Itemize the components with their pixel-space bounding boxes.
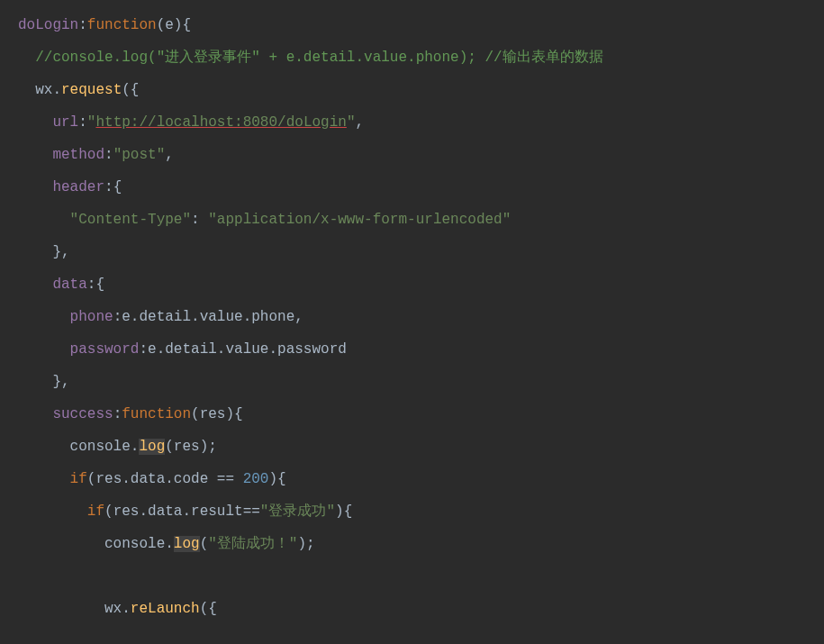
code-line: console.log("登陆成功！");: [18, 528, 824, 560]
number-token: 200: [243, 471, 269, 487]
punct-token: {: [208, 601, 217, 617]
punct-token: ): [268, 471, 277, 487]
punct-token: (: [122, 82, 131, 98]
property-token: data: [52, 277, 86, 293]
param-token: res: [200, 406, 226, 422]
punct-token: .: [165, 536, 174, 552]
expr-token: res.data.result==: [113, 503, 260, 520]
punct-token: }: [52, 244, 61, 260]
code-line: if(res.data.code == 200){: [18, 463, 824, 495]
punct-token: {: [113, 179, 122, 195]
string-token: "登陆成功！": [208, 536, 297, 552]
property-token: method: [52, 147, 104, 163]
property-token: header: [52, 179, 104, 195]
code-line: method:"post",: [18, 139, 824, 171]
code-line: success:function(res){: [18, 398, 824, 431]
punct-token: :: [139, 341, 148, 358]
punct-token: (: [165, 439, 174, 455]
object-token: console: [104, 536, 165, 552]
punct-token: (: [200, 536, 209, 552]
keyword-token: if: [87, 503, 104, 520]
punct-token: (: [87, 471, 96, 487]
punct-token: .: [122, 601, 131, 617]
keyword-token: function: [122, 406, 191, 422]
property-token: doLogin: [18, 17, 78, 33]
string-token: "Content-Type": [70, 212, 191, 228]
code-line: if(res.data.result=="登录成功"){: [18, 495, 824, 528]
property-token: password: [70, 341, 140, 358]
code-line: password:e.detail.value.password: [18, 333, 824, 366]
code-line: //console.log("进入登录事件" + e.detail.value.…: [18, 41, 824, 74]
method-token: request: [61, 82, 122, 98]
method-token: log: [174, 536, 200, 552]
punct-token: .: [52, 82, 61, 98]
code-line: },: [18, 366, 824, 398]
code-line: },: [18, 236, 824, 268]
punct-token: :: [78, 17, 87, 33]
code-line: header:{: [18, 171, 824, 204]
punct-token: ): [335, 503, 344, 520]
punct-token: {: [95, 277, 104, 293]
code-line: [18, 560, 824, 593]
property-token: url: [52, 114, 78, 131]
code-line: console.log(res);: [18, 431, 824, 463]
code-line: url:"http://localhost:8080/doLogin",: [18, 106, 824, 139]
property-token: success: [52, 406, 113, 422]
method-token: reLaunch: [131, 601, 200, 617]
punct-token: ,: [61, 244, 70, 260]
punct-token: }: [52, 374, 61, 390]
object-token: console: [70, 439, 131, 455]
string-token: "post": [113, 147, 166, 163]
punct-token: :: [78, 114, 87, 131]
code-line: data:{: [18, 268, 824, 301]
code-line: doLogin:function(e){: [18, 9, 824, 41]
punct-token: ;: [306, 536, 315, 552]
punct-token: {: [182, 17, 191, 33]
object-token: wx: [35, 82, 52, 98]
code-line: wx.request({: [18, 74, 824, 106]
punct-token: .: [131, 439, 140, 455]
object-token: wx: [104, 601, 122, 617]
string-token: "登录成功": [260, 503, 335, 520]
string-token: "application/x-www-form-urlencoded": [208, 212, 511, 228]
punct-token: :: [113, 309, 122, 325]
code-editor[interactable]: doLogin:function(e){ //console.log("进入登录…: [0, 9, 824, 625]
code-line: phone:e.detail.value.phone,: [18, 301, 824, 333]
expr-token: res.data.code ==: [95, 471, 242, 487]
punct-token: ): [225, 406, 234, 422]
punct-token: ): [200, 439, 209, 455]
string-token: ": [87, 114, 96, 131]
punct-token: (: [157, 17, 166, 33]
punct-token: :: [87, 277, 96, 293]
expr-token: e.detail.value.password: [148, 341, 347, 358]
punct-token: :: [104, 179, 113, 195]
punct-token: :: [113, 406, 122, 422]
punct-token: {: [344, 503, 353, 520]
punct-token: :: [191, 212, 208, 228]
property-token: phone: [70, 309, 113, 325]
keyword-token: function: [87, 17, 157, 33]
comment-token: //console.log("进入登录事件" + e.detail.value.…: [35, 50, 602, 66]
punct-token: ,: [165, 147, 174, 163]
param-token: e: [165, 17, 174, 33]
code-line: "Content-Type": "application/x-www-form-…: [18, 204, 824, 236]
punct-token: ): [297, 536, 306, 552]
keyword-token: if: [70, 471, 87, 487]
method-token: log: [139, 439, 165, 455]
punct-token: {: [277, 471, 286, 487]
url-token: http://localhost:8080/doLogin: [95, 114, 346, 131]
punct-token: ,: [356, 114, 365, 131]
expr-token: e.detail.value.phone: [122, 309, 294, 325]
punct-token: (: [200, 601, 209, 617]
punct-token: :: [104, 147, 113, 163]
code-line: wx.reLaunch({: [18, 593, 824, 625]
string-token: ": [347, 114, 356, 131]
punct-token: {: [234, 406, 243, 422]
param-token: res: [174, 439, 200, 455]
punct-token: (: [191, 406, 200, 422]
punct-token: ,: [61, 374, 70, 390]
punct-token: {: [131, 82, 140, 98]
punct-token: ;: [208, 439, 217, 455]
punct-token: ,: [294, 309, 303, 325]
punct-token: (: [104, 503, 113, 520]
